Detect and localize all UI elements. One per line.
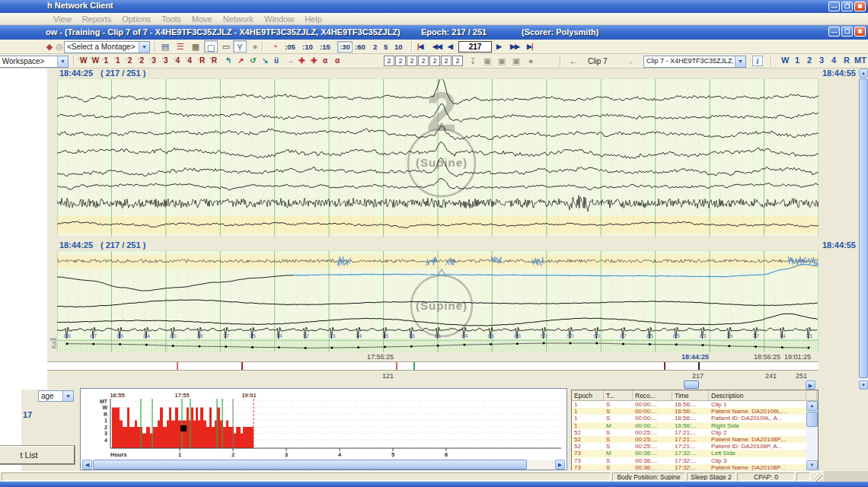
menu-tools[interactable]: Tools bbox=[161, 14, 181, 24]
hypnogram-scrollbar[interactable]: ◀ ▶ bbox=[82, 460, 565, 469]
table-row[interactable]: 73S00:36:...17:32:...Clip 3 bbox=[572, 457, 806, 464]
maximize-button[interactable]: ❐ bbox=[841, 27, 853, 37]
event-stamp-icon[interactable]: → bbox=[286, 56, 294, 65]
event-stamp-icon[interactable]: ü bbox=[274, 56, 279, 65]
stage-stamp-2-b[interactable]: ↑2 bbox=[138, 56, 145, 65]
table-row[interactable]: 52S00:25:...17:21:...Clip 2 bbox=[572, 429, 806, 436]
montage-icon[interactable]: ▤ bbox=[158, 40, 172, 53]
event-stamp-icon[interactable]: ↰ bbox=[225, 56, 231, 65]
maximize-button[interactable]: ❐ bbox=[841, 2, 853, 11]
scroll-left-icon[interactable]: ◀ bbox=[82, 460, 92, 469]
epoch-number-input[interactable] bbox=[458, 41, 492, 53]
menu-move[interactable]: Move bbox=[192, 14, 212, 24]
stage-button-4[interactable]: 4 bbox=[831, 56, 836, 65]
stage-stamp-r-a[interactable]: ↓R bbox=[197, 56, 205, 65]
mouse-icon[interactable]: ▭ bbox=[219, 40, 233, 53]
close-button[interactable]: ✖ bbox=[854, 2, 866, 11]
stage-button-1[interactable]: 1 bbox=[795, 56, 799, 65]
stage-button-2[interactable]: 2 bbox=[807, 56, 812, 65]
first-epoch-button[interactable]: |◀ bbox=[417, 43, 423, 50]
epoch-duration-2[interactable]: 2 bbox=[373, 43, 377, 51]
events-table-header[interactable]: EpochT...Reco...TimeDescription bbox=[572, 390, 818, 401]
timeline-next-button[interactable]: ▶ bbox=[806, 380, 815, 390]
stage-stamp-2-a[interactable]: ↓2 bbox=[126, 56, 132, 65]
stage-button-3[interactable]: 3 bbox=[819, 56, 824, 65]
resp-waveform-panel[interactable]: (Supine)88878684807877757472737476788184… bbox=[57, 250, 819, 352]
hypnogram-chart[interactable]: MTWR123416:5517:5519:01Hours123456 bbox=[81, 390, 566, 459]
table-header-epoch[interactable]: Epoch bbox=[572, 390, 604, 400]
clock-icon[interactable]: ◔ bbox=[268, 40, 282, 53]
menu-network[interactable]: Network bbox=[223, 14, 254, 24]
timeline-slider-thumb[interactable] bbox=[684, 380, 699, 389]
scrollbar-thumb[interactable] bbox=[859, 78, 868, 378]
stage-stamp-1-a[interactable]: ↓1 bbox=[101, 56, 108, 65]
event-count-box[interactable]: 2 bbox=[452, 56, 463, 66]
last-epoch-button[interactable]: ▶| bbox=[527, 43, 532, 50]
clipped-montage-dropdown[interactable]: age ▼ bbox=[38, 390, 74, 402]
next-clip-button[interactable]: → bbox=[626, 57, 633, 65]
table-row[interactable]: 1S00:00:...16:56:...Clip 1 bbox=[572, 401, 806, 408]
chevron-down-icon[interactable]: ▼ bbox=[735, 56, 745, 67]
event-stamp-icon[interactable]: ✚ bbox=[298, 56, 305, 65]
forward-button[interactable]: ▶ bbox=[496, 43, 501, 50]
minimize-button[interactable]: — bbox=[828, 2, 840, 11]
y-cursor-icon[interactable]: Y bbox=[233, 40, 247, 53]
menu-help[interactable]: Help bbox=[305, 14, 322, 24]
table-row[interactable]: 1S00:00:...16:56:...Patient ID: DA20109L… bbox=[572, 415, 806, 422]
stage-stamp-1-b[interactable]: ↑1 bbox=[113, 56, 120, 65]
record-icon[interactable]: ● bbox=[248, 40, 262, 53]
menu-reports[interactable]: Reports bbox=[82, 14, 112, 24]
event-stamp-icon[interactable]: α bbox=[335, 56, 340, 65]
eeg-vertical-scrollbar[interactable]: ▲ ▼ bbox=[859, 68, 868, 390]
epoch-duration-60[interactable]: :60 bbox=[355, 43, 365, 51]
stage-stamp-w-b[interactable]: ↑W bbox=[90, 56, 99, 65]
timeline-tick-strip[interactable] bbox=[47, 361, 819, 371]
merge-icon[interactable]: ▣ bbox=[509, 55, 523, 67]
copy-icon[interactable]: ▣ bbox=[480, 55, 494, 67]
scrollbar-thumb[interactable] bbox=[806, 412, 818, 427]
epoch-duration-05[interactable]: :05 bbox=[285, 43, 295, 51]
stage-stamp-4-a[interactable]: ↓4 bbox=[174, 56, 180, 65]
epoch-timeline[interactable]: ✳ 17:56:2518:44:2518:56:2519:01:25121217… bbox=[47, 351, 819, 390]
table-row[interactable]: 1M00:00:...16:56:...Right Side bbox=[572, 422, 806, 429]
menu-view[interactable]: View bbox=[53, 14, 72, 24]
scroll-up-icon[interactable]: ▲ bbox=[859, 68, 868, 78]
main-titlebar[interactable]: h Network Client —❐✖ bbox=[0, 0, 868, 13]
paste-icon[interactable]: ▣ bbox=[495, 55, 509, 67]
event-stamp-icon[interactable]: ↘ bbox=[262, 56, 268, 65]
scroll-down-icon[interactable]: ▼ bbox=[806, 460, 818, 470]
event-stamp-icon[interactable]: ↗ bbox=[238, 56, 244, 65]
scroll-down-icon[interactable]: ▼ bbox=[859, 380, 868, 390]
events-table-body[interactable]: 1S00:00:...16:56:...Clip 11S00:00:...16:… bbox=[572, 401, 806, 470]
chevron-down-icon[interactable]: ▼ bbox=[62, 391, 73, 402]
stage-button-w[interactable]: W bbox=[781, 56, 789, 65]
table-row[interactable]: 73M00:36:...17:32:...Left Side bbox=[572, 450, 806, 457]
event-count-box[interactable]: 2 bbox=[395, 56, 406, 66]
epoch-duration-15[interactable]: :15 bbox=[320, 43, 330, 51]
scroll-up-icon[interactable]: ▲ bbox=[806, 401, 818, 411]
epoch-duration-30[interactable]: :30 bbox=[337, 41, 353, 53]
resize-grip-icon[interactable] bbox=[814, 473, 822, 482]
child-titlebar[interactable]: ow - (Training - Clip 7 of 7 - X4HE9TF3C… bbox=[0, 25, 868, 40]
comment-icon[interactable]: ● bbox=[524, 55, 538, 67]
menu-options[interactable]: Options bbox=[122, 14, 151, 24]
table-row[interactable]: 52S00:25:...17:21:...Patient Name: DA201… bbox=[572, 436, 806, 443]
menu-window[interactable]: Window bbox=[264, 14, 294, 24]
stage-stamp-r-b[interactable]: ↑R bbox=[209, 56, 217, 65]
montage-select[interactable]: <Select a Montage>▼ bbox=[64, 41, 150, 53]
channels-icon[interactable]: ☰ bbox=[174, 40, 187, 53]
stage-stamp-4-b[interactable]: ↑4 bbox=[185, 56, 192, 65]
event-count-box[interactable]: 2 bbox=[407, 56, 417, 66]
event-count-box[interactable]: 2 bbox=[384, 56, 394, 66]
screen-layout-icon[interactable]: ▢ bbox=[204, 40, 218, 53]
chevron-down-icon[interactable]: ▼ bbox=[57, 56, 68, 67]
fast-back-button[interactable]: ◀◀ bbox=[432, 43, 442, 50]
event-stamp-icon[interactable]: ↺ bbox=[250, 56, 256, 65]
table-row[interactable]: 52S00:25:...17:21:...Patient ID: DA20108… bbox=[572, 443, 806, 450]
event-list-button[interactable]: t List bbox=[0, 446, 75, 464]
scroll-right-icon[interactable]: ▶ bbox=[555, 460, 565, 469]
back-button[interactable]: ◀ bbox=[448, 43, 452, 50]
table-row[interactable]: 1S00:00:...16:56:...Patient Name: DA2010… bbox=[572, 408, 806, 415]
export-icon[interactable]: ↧ bbox=[466, 55, 480, 67]
clip-select[interactable]: Clip 7 - X4HE9TF3C35ZJLZ, >▼ bbox=[643, 56, 746, 68]
